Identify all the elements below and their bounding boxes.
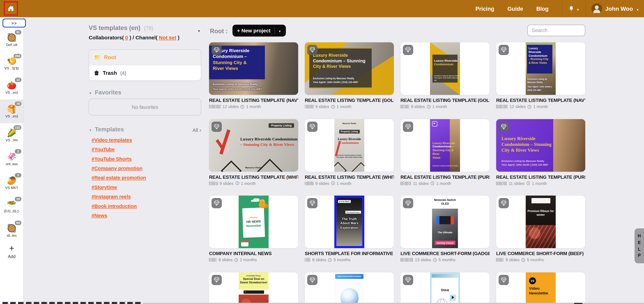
template-hashtag-link[interactable]: #Instagram reels	[92, 194, 146, 200]
template-hashtag-link[interactable]: #Real estate promotion	[92, 175, 146, 181]
card-meta: 11 slides 1 month	[496, 181, 585, 186]
template-hashtag-link[interactable]: #Company promotion	[92, 166, 146, 172]
template-hashtag-link[interactable]: #Book introduction	[92, 203, 146, 209]
card-thumbnail: Luxury RiversideCondominiumExclusive Lis…	[400, 42, 490, 95]
clock-icon	[328, 258, 332, 262]
app-window: Pricing Guide Blog	[0, 0, 644, 304]
template-card[interactable]: The TruthAbout MarsExploration Is It for…	[305, 196, 394, 262]
slide-count: 12 slides	[222, 104, 239, 109]
card-title: LIVE COMMERCE SHORT-FORM (BEEF)	[496, 251, 585, 256]
template-card[interactable]: Luxury RiversideCondominium –Stunning Ci…	[400, 119, 490, 186]
workspace-item[interactable]: 🥘 91 Def..ult	[0, 28, 23, 52]
template-hashtag-link[interactable]: #News	[92, 213, 146, 219]
workspace-list: 🥘 91 Def..ult 🍤 284 VS ..팅팀 🍅 13 VS ..en…	[0, 28, 23, 242]
template-card[interactable]: Luxury RiversideCondominium –Stunning Ci…	[209, 42, 298, 109]
workspace-item[interactable]: 🍤 284 VS ..팅팀	[0, 52, 23, 76]
templates-all-link[interactable]: All	[89, 126, 202, 133]
thumbnail-text-line: Condominium	[434, 62, 458, 66]
template-card[interactable]: Nintendo SwitchOLEDThe Ultimate Gaming C…	[400, 196, 490, 262]
workspace-title: VS templates (en)	[89, 24, 140, 31]
user-menu-button[interactable]: John Woo	[591, 3, 639, 14]
home-button[interactable]	[4, 1, 18, 16]
gem-badge-icon	[307, 121, 318, 132]
bell-icon	[568, 5, 574, 12]
channel-link[interactable]: Not set	[159, 35, 176, 41]
folder-item-trash[interactable]: 🗑 Trash (4)	[89, 65, 201, 80]
thumbnail-text-line: Stew	[432, 288, 458, 292]
template-hashtag-link[interactable]: #Video templates	[92, 137, 146, 143]
workspace-count-badge: 131	[14, 125, 22, 130]
user-name: John Woo	[605, 5, 633, 12]
template-card[interactable]: Luxury RiversideCondominium – StunningCi…	[496, 119, 585, 186]
thumbnail-text-line: Stunning City & River	[432, 149, 460, 156]
thumbnail-chip: Gaming Consol	[434, 241, 456, 245]
thumbnail-text-line: Luxury	[529, 47, 548, 50]
thumbnail-brand: Mansour Realty	[245, 166, 262, 168]
top-navigation: Pricing Guide Blog	[476, 0, 639, 17]
template-card[interactable]: Premium Ribeye forwinter LIVE COMMERCE S…	[496, 196, 585, 262]
slide-count: 13 slides	[415, 258, 431, 262]
workspace-item[interactable]: 🥞 78 VS ..en)	[0, 99, 23, 123]
workspace-label: VS ..tes	[6, 138, 18, 142]
template-card[interactable]: voice conversation template	[305, 272, 394, 304]
slide-count-bars	[400, 181, 411, 185]
workspace-emoji-icon: 🥭	[7, 176, 16, 185]
thumbnail-text-line: Special Deal on	[239, 277, 269, 281]
thumbnail-text-line: Condominium – Stunning	[502, 141, 551, 147]
thumbnail-text-line: & River Views	[529, 61, 548, 65]
thumbnail-text-line: Irresistible Flavor	[239, 275, 269, 277]
thumbnail-small-text: Your Agent: John Smith | (310) 123-456	[334, 156, 364, 158]
template-hashtag-link[interactable]: #Storytime	[92, 184, 146, 190]
workspace-item[interactable]: 🍅 13 VS ..en)	[0, 76, 23, 100]
workspace-item[interactable]: 🦑 2 onl..ass	[0, 147, 23, 171]
card-thumbnail: Luxury RiversideCondominiumExclusive Lis…	[305, 119, 394, 172]
template-card[interactable]: videostewHR NEWSNovember COMPANY INTERNA…	[209, 196, 298, 262]
template-card[interactable]: Irresistible FlavorSpecial Deal onSweet …	[209, 272, 298, 304]
gem-badge-icon	[499, 275, 509, 285]
template-card[interactable]: Stew	[400, 272, 490, 304]
template-hashtag-link[interactable]: #YouTube Shorts	[92, 156, 146, 162]
gem-badge-icon	[307, 45, 318, 55]
chevron-down-icon[interactable]	[198, 26, 200, 34]
thumbnail-text-line: City & River Views	[502, 147, 551, 153]
sidebar-collapse-button[interactable]: >>	[2, 18, 26, 28]
workspace-item[interactable]: 🌽 131 VS ..tes	[0, 123, 23, 147]
search-input[interactable]	[527, 25, 585, 36]
thumbnail-art: videostewHR NEWSNovember	[239, 196, 269, 248]
slide-count: 12 slides	[510, 104, 526, 109]
workspace-emoji-icon: 🥘	[7, 33, 16, 42]
template-hashtag-link[interactable]: #YouTube	[92, 147, 146, 152]
template-card[interactable]: LuxuryRiversideCondominium- Stunning Cit…	[496, 42, 585, 109]
thumbnail-art: Luxury RiversideCondominium –Stunning Ci…	[209, 42, 298, 95]
workspace-count-badge: 284	[14, 54, 22, 58]
collaborators-count-link[interactable]: 0	[125, 35, 128, 41]
new-project-label: + New project	[237, 28, 270, 34]
new-project-button[interactable]: + New project	[232, 25, 286, 37]
clock-icon	[430, 181, 434, 185]
thumbnail-small-text: Exclusive Listing by Mansour Realty	[313, 77, 358, 80]
thumbnail-small-text: Your Agent: John Smith | (310) 123-4567	[313, 80, 358, 84]
slide-count: 8 slides	[506, 258, 520, 262]
template-card[interactable]: Luxury RiversideCondominium – StunningCi…	[305, 42, 394, 109]
workspace-item[interactable]: 🥘 64 sli..tes	[0, 218, 23, 242]
template-card[interactable]: Luxury RiversideCondominiumExclusive Lis…	[305, 119, 394, 186]
thumbnail-chip: Property Listing	[269, 123, 294, 128]
template-card[interactable]: Luxury RiversideCondominiumExclusive Lis…	[400, 42, 490, 109]
thumbnail-art: VideoNewsletter VS	[526, 272, 556, 304]
chevron-down-icon[interactable]	[278, 28, 281, 34]
help-tab[interactable]: HELP	[635, 228, 644, 263]
add-workspace-button[interactable]: Add	[0, 244, 23, 259]
template-card[interactable]: Luxury Riverside Condominium– Stunning C…	[209, 119, 298, 186]
notifications-button[interactable]	[568, 5, 579, 12]
nav-blog[interactable]: Blog	[536, 6, 548, 12]
nav-pricing[interactable]: Pricing	[476, 6, 494, 12]
template-card[interactable]: VideoNewsletter VS	[496, 272, 585, 304]
folder-item-root[interactable]: 📁 Root	[89, 50, 201, 66]
workspace-count-badge: 78	[15, 102, 22, 106]
scrollbar-thumb[interactable]	[574, 303, 582, 304]
favorites-section-header[interactable]: Favorites	[89, 89, 121, 96]
horizontal-scrollbar[interactable]	[143, 303, 644, 304]
nav-guide[interactable]: Guide	[507, 6, 523, 12]
workspace-item[interactable]: 🥗 10 온라..래스	[0, 195, 23, 219]
workspace-item[interactable]: 🥭 3 VS MKT	[0, 171, 23, 195]
